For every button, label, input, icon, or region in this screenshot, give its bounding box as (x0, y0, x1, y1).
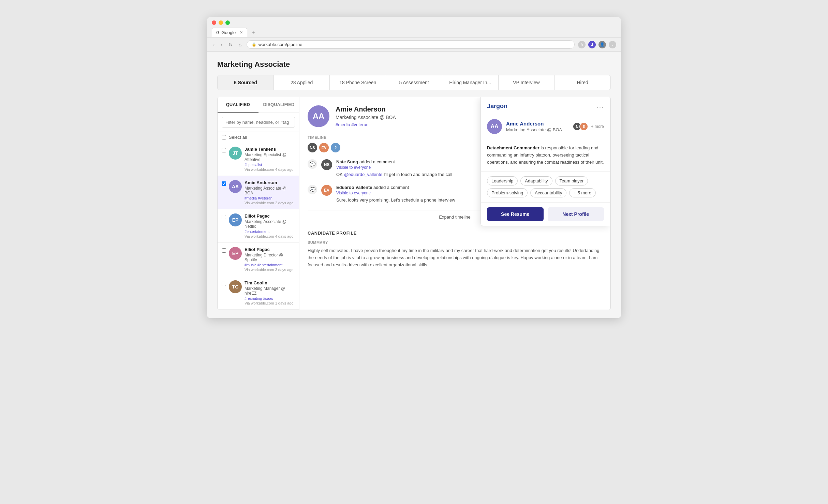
url-text: workable.com/pipeline (258, 42, 302, 47)
candidate-role: Marketing Director @ Spotify (245, 253, 295, 262)
jargon-more-button[interactable]: ... (597, 103, 604, 110)
select-all-row: Select all (218, 132, 299, 143)
list-item[interactable]: EP Elliot Pagac Marketing Associate @ Ne… (218, 209, 299, 243)
jargon-tag: Team player (555, 176, 588, 186)
candidate-tags: #entertainment (245, 229, 295, 234)
home-button[interactable]: ⌂ (237, 41, 243, 48)
url-bar[interactable]: 🔒 workable.com/pipeline (247, 40, 575, 49)
comment-avatar: EV (321, 185, 332, 196)
jargon-tag: + 5 more (569, 188, 596, 197)
candidate-source: Via workable.com 4 days ago (245, 167, 295, 172)
jargon-title: Jargon (487, 103, 507, 110)
menu-icon[interactable]: ⋮ (609, 41, 616, 48)
candidate-checkbox[interactable] (222, 148, 226, 152)
tab-disqualified[interactable]: DISQUALIFIED (258, 97, 299, 113)
list-item[interactable]: EP Elliot Pagac Marketing Director @ Spo… (218, 243, 299, 276)
jargon-tags: Leadership Adaptability Team player Prob… (481, 172, 610, 203)
candidate-checkbox[interactable] (222, 248, 226, 253)
summary-label: SUMMARY (308, 240, 602, 244)
lock-icon: 🔒 (252, 42, 256, 47)
jargon-more-text: + more (591, 124, 604, 129)
maximize-dot[interactable] (225, 20, 230, 25)
candidate-role: Marketing Manager @ hireEZ (245, 286, 295, 296)
candidate-hashtags: #media #veteran (336, 122, 396, 127)
candidate-large-avatar: AA (308, 105, 329, 127)
candidate-source: Via workable.com 3 days ago (245, 268, 295, 272)
visible-to-label: everyone (354, 191, 371, 195)
jargon-description: Detachment Commander is responsible for … (481, 139, 610, 172)
timeline-avatar: EV (319, 143, 329, 152)
page-title: Marketing Associate (217, 60, 611, 69)
tab-title: Google (221, 30, 236, 35)
candidate-info: Tim Coolin Marketing Manager @ hireEZ #r… (245, 280, 295, 305)
tab-close-button[interactable]: ✕ (240, 30, 243, 35)
browser-tab[interactable]: G Google ✕ (212, 28, 247, 37)
jargon-profile-role: Marketing Associate @ BOA (506, 127, 571, 132)
list-item[interactable]: JT Jamie Tenkens Marketing Specialist @ … (218, 143, 299, 176)
list-item[interactable]: TC Tim Coolin Marketing Manager @ hireEZ… (218, 276, 299, 310)
comment-icon: 💬 (308, 159, 317, 169)
jargon-profile-name: Amie Anderson (506, 121, 571, 127)
sidebar-tabs: QUALIFIED DISQUALIFIED (218, 97, 299, 113)
tab-qualified[interactable]: QUALIFIED (218, 97, 258, 113)
pipeline-tabs: 6 Sourced 28 Applied 18 Phone Screen 5 A… (217, 75, 611, 90)
candidate-name: Tim Coolin (245, 280, 295, 285)
profile-avatar[interactable]: 👤 (598, 41, 606, 48)
candidate-checkbox[interactable] (222, 282, 226, 286)
avatar: JT (229, 147, 242, 160)
mini-avatar: E (579, 122, 588, 131)
select-all-checkbox[interactable] (222, 135, 226, 139)
candidate-name: Jamie Tenkens (245, 147, 295, 152)
candidate-name: Elliot Pagac (245, 213, 295, 219)
reload-button[interactable]: ↻ (227, 41, 234, 48)
search-input[interactable] (222, 117, 295, 128)
jargon-panel: Jargon ... AA Amie Anderson Marketing As… (480, 97, 610, 226)
candidate-checkbox[interactable] (222, 215, 226, 219)
back-button[interactable]: ‹ (212, 41, 216, 48)
candidate-tags: #media #veteran (245, 196, 295, 200)
tab-favicon: G (216, 30, 219, 35)
new-tab-button[interactable]: + (249, 29, 258, 36)
tab-hiring-manager[interactable]: Hiring Manager In... (442, 75, 499, 90)
list-item[interactable]: AA Amie Anderson Marketing Associate @ B… (218, 176, 299, 209)
candidate-info: Jamie Tenkens Marketing Specialist @ Att… (245, 147, 295, 172)
close-dot[interactable] (212, 20, 216, 25)
avatar: TC (229, 280, 242, 293)
profile-section-title: Candidate Profile (308, 231, 602, 236)
tab-sourced[interactable]: 6 Sourced (218, 75, 274, 90)
tab-assessment[interactable]: 5 Assessment (386, 75, 442, 90)
tab-bar: G Google ✕ + (212, 28, 616, 37)
candidate-source: Via workable.com 4 days ago (245, 234, 295, 238)
candidate-info: Amie Anderson Marketing Associate @ BOA … (245, 180, 295, 205)
jargon-actions: See Resume Next Profile (481, 203, 610, 226)
next-profile-button[interactable]: Next Profile (548, 207, 604, 221)
bookmark-icon[interactable]: ☆ (578, 41, 586, 48)
comment-mention: @eduardo_vallente (344, 172, 382, 177)
jargon-profile-avatar: AA (487, 119, 502, 134)
comment-action: added a comment (373, 185, 409, 190)
timeline-avatar: ? (331, 143, 340, 152)
minimize-dot[interactable] (219, 20, 223, 25)
browser-dots (212, 20, 616, 25)
jargon-header: Jargon ... (481, 97, 610, 114)
jargon-profile-info: Amie Anderson Marketing Associate @ BOA (506, 121, 571, 132)
candidate-main-role: Marketing Associate @ BOA (336, 115, 396, 120)
candidate-checkbox[interactable] (222, 181, 226, 186)
tab-phone-screen[interactable]: 18 Phone Screen (330, 75, 386, 90)
forward-button[interactable]: › (220, 41, 224, 48)
candidate-info: Elliot Pagac Marketing Associate @ Netfl… (245, 213, 295, 238)
browser-actions: ☆ J 👤 ⋮ (578, 41, 616, 48)
timeline-avatar: NS (308, 143, 317, 152)
tab-vp-interview[interactable]: VP Interview (499, 75, 555, 90)
main-layout: QUALIFIED DISQUALIFIED Select all JT (217, 97, 611, 310)
browser-urlbar: ‹ › ↻ ⌂ 🔒 workable.com/pipeline ☆ J 👤 ⋮ (207, 38, 621, 52)
jargon-term: Detachment Commander (487, 145, 539, 150)
candidate-info: Elliot Pagac Marketing Director @ Spotif… (245, 247, 295, 272)
candidate-tags: #recruiting #saas (245, 296, 295, 300)
tab-hired[interactable]: Hired (555, 75, 610, 90)
user-icon[interactable]: J (588, 41, 596, 48)
tab-applied[interactable]: 28 Applied (274, 75, 330, 90)
left-sidebar: QUALIFIED DISQUALIFIED Select all JT (218, 97, 299, 310)
comment-icon: 💬 (308, 185, 317, 194)
see-resume-button[interactable]: See Resume (487, 207, 544, 221)
